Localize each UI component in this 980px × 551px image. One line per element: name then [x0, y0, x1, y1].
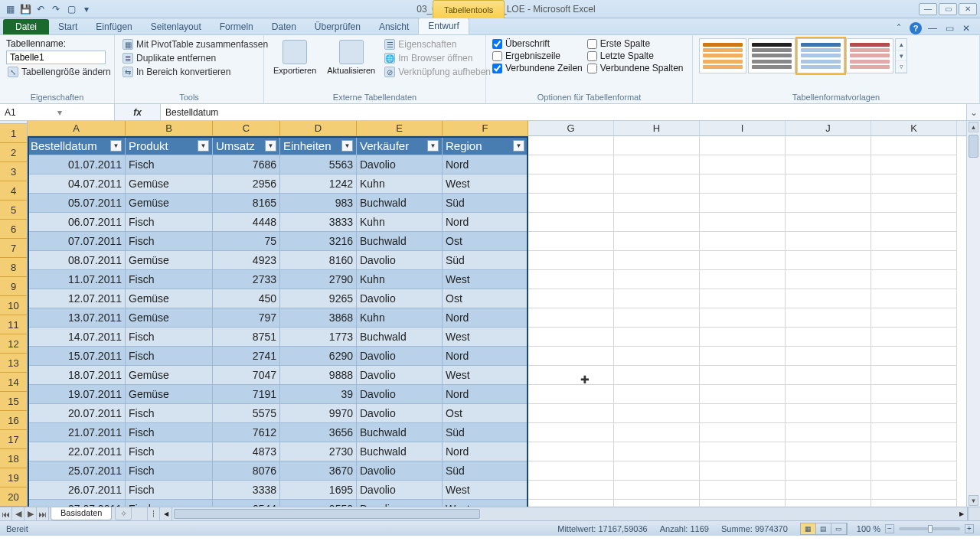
table-cell[interactable]: Buchwald — [357, 328, 443, 347]
table-cell[interactable]: Davolio — [357, 366, 443, 385]
empty-cell[interactable] — [528, 251, 614, 270]
empty-cell[interactable] — [528, 366, 614, 385]
table-cell[interactable]: 4923 — [213, 251, 280, 270]
redo-icon[interactable]: ↷ — [49, 2, 63, 16]
empty-cell[interactable] — [786, 289, 871, 308]
table-cell[interactable]: 8165 — [213, 194, 280, 213]
table-cell[interactable]: Fisch — [126, 347, 213, 366]
empty-cell[interactable] — [700, 366, 786, 385]
row-header[interactable]: 12 — [0, 334, 27, 354]
table-cell[interactable]: 2730 — [280, 442, 357, 461]
table-cell[interactable]: Fisch — [126, 404, 213, 423]
qat-more-icon[interactable]: ▾ — [80, 2, 93, 16]
empty-cell[interactable] — [528, 194, 614, 213]
row-header[interactable]: 14 — [0, 373, 27, 392]
table-cell[interactable]: Nord — [443, 385, 528, 404]
table-cell[interactable]: West — [443, 328, 528, 347]
empty-cell[interactable] — [528, 385, 614, 404]
column-header[interactable]: F — [443, 121, 528, 135]
table-cell[interactable]: Fisch — [126, 213, 213, 232]
empty-cell[interactable] — [700, 442, 786, 461]
tablename-input[interactable] — [6, 51, 106, 64]
table-cell[interactable]: 3216 — [280, 232, 357, 251]
empty-cell[interactable] — [700, 155, 786, 174]
table-cell[interactable]: 3868 — [280, 308, 357, 328]
empty-cell[interactable] — [871, 500, 957, 507]
tab-ueberpruefen[interactable]: Überprüfen — [305, 19, 370, 34]
empty-cell[interactable] — [700, 251, 786, 270]
table-cell[interactable]: Nord — [443, 213, 528, 232]
table-cell[interactable]: 797 — [213, 308, 280, 328]
table-cell[interactable]: 15.07.2011 — [28, 347, 126, 366]
empty-cell[interactable] — [700, 500, 786, 507]
empty-cell[interactable] — [700, 289, 786, 308]
empty-cell[interactable] — [871, 442, 957, 461]
empty-cell[interactable] — [528, 155, 614, 174]
column-header[interactable]: K — [871, 121, 957, 135]
filter-dropdown-icon[interactable]: ▼ — [341, 140, 353, 152]
zoom-handle[interactable] — [928, 525, 933, 533]
table-cell[interactable]: Süd — [443, 194, 528, 213]
table-header-cell[interactable]: Produkt▼ — [126, 136, 213, 155]
table-cell[interactable]: 06.07.2011 — [28, 213, 126, 232]
empty-cell[interactable] — [700, 136, 786, 155]
column-header[interactable]: C — [213, 121, 280, 135]
table-cell[interactable]: 9970 — [280, 404, 357, 423]
undo-icon[interactable]: ↶ — [34, 2, 47, 16]
empty-cell[interactable] — [614, 366, 700, 385]
empty-cell[interactable] — [614, 232, 700, 251]
table-cell[interactable]: Süd — [443, 251, 528, 270]
table-cell[interactable]: Fisch — [126, 442, 213, 461]
table-cell[interactable]: Kuhn — [357, 213, 443, 232]
empty-cell[interactable] — [528, 442, 614, 461]
export-button[interactable]: Exportieren — [270, 38, 319, 77]
table-cell[interactable]: Nord — [443, 347, 528, 366]
empty-cell[interactable] — [786, 194, 871, 213]
table-cell[interactable]: 5575 — [213, 404, 280, 423]
table-cell[interactable]: Kuhn — [357, 308, 443, 328]
zoom-in-button[interactable]: + — [965, 524, 974, 533]
table-cell[interactable]: 1773 — [280, 328, 357, 347]
filter-dropdown-icon[interactable]: ▼ — [513, 140, 524, 152]
table-cell[interactable]: 1242 — [280, 174, 357, 194]
table-cell[interactable]: 20.07.2011 — [28, 404, 126, 423]
table-cell[interactable]: 8076 — [213, 461, 280, 481]
hscroll-thumb[interactable] — [174, 509, 480, 519]
table-cell[interactable]: 27.07.2011 — [28, 500, 126, 507]
row-header[interactable]: 17 — [0, 430, 27, 449]
chk-last-col[interactable]: Letzte Spalte — [587, 51, 684, 61]
empty-cell[interactable] — [528, 270, 614, 289]
style-swatch-selected[interactable] — [797, 38, 844, 73]
empty-cell[interactable] — [786, 404, 871, 423]
empty-cell[interactable] — [614, 328, 700, 347]
table-cell[interactable]: 8751 — [213, 328, 280, 347]
row-header[interactable]: 18 — [0, 449, 27, 468]
table-cell[interactable]: 26.07.2011 — [28, 481, 126, 500]
empty-cell[interactable] — [871, 251, 957, 270]
table-cell[interactable]: Fisch — [126, 232, 213, 251]
empty-cell[interactable] — [871, 347, 957, 366]
view-pagebreak-icon[interactable]: ▭ — [831, 523, 847, 534]
table-cell[interactable]: Süd — [443, 461, 528, 481]
empty-cell[interactable] — [528, 308, 614, 328]
empty-cell[interactable] — [614, 155, 700, 174]
empty-cell[interactable] — [700, 308, 786, 328]
tab-seitenlayout[interactable]: Seitenlayout — [142, 19, 211, 34]
table-cell[interactable]: 04.07.2011 — [28, 174, 126, 194]
table-cell[interactable]: Buchwald — [357, 423, 443, 442]
table-cell[interactable]: 5563 — [280, 155, 357, 174]
scroll-thumb[interactable] — [969, 135, 978, 158]
table-cell[interactable]: Gemüse — [126, 366, 213, 385]
table-cell[interactable]: Davolio — [357, 155, 443, 174]
table-cell[interactable]: 9888 — [280, 366, 357, 385]
empty-cell[interactable] — [614, 251, 700, 270]
table-cell[interactable]: 2790 — [280, 270, 357, 289]
sheet-nav-prev-icon[interactable]: ◀ — [12, 507, 24, 520]
table-cell[interactable]: 3670 — [280, 461, 357, 481]
column-header[interactable]: G — [528, 121, 614, 135]
table-cell[interactable]: Davolio — [357, 385, 443, 404]
table-cell[interactable]: 22.07.2011 — [28, 442, 126, 461]
save-icon[interactable]: 💾 — [18, 2, 32, 16]
table-cell[interactable]: Gemüse — [126, 194, 213, 213]
sheet-nav-next-icon[interactable]: ▶ — [24, 507, 37, 520]
